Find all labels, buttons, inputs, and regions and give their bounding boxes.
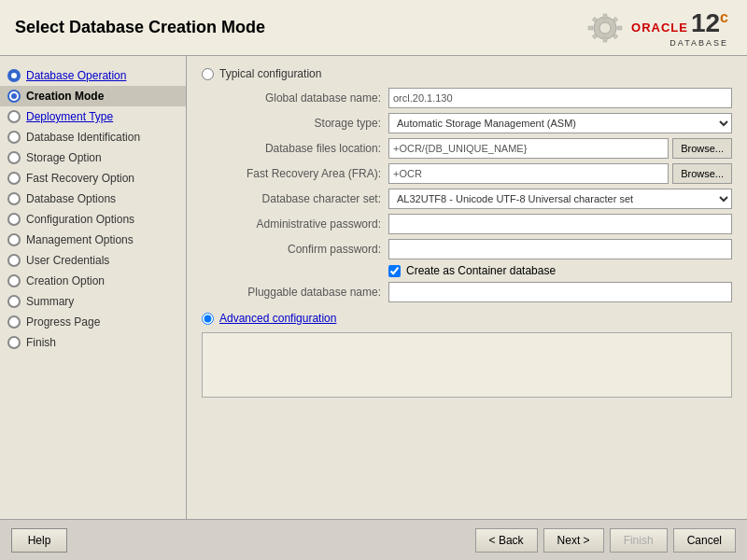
sidebar-label-deployment-type: Deployment Type bbox=[26, 110, 113, 123]
step-circle-7 bbox=[7, 192, 21, 205]
svg-rect-2 bbox=[603, 14, 607, 19]
confirm-password-input[interactable] bbox=[388, 239, 732, 259]
sidebar-item-database-identification: Database Identification bbox=[0, 127, 186, 147]
svg-point-1 bbox=[599, 22, 611, 34]
sidebar-label-fast-recovery-option: Fast Recovery Option bbox=[26, 172, 134, 185]
global-db-name-input[interactable] bbox=[388, 88, 732, 108]
create-container-label: Create as Container database bbox=[406, 264, 556, 277]
create-container-row: Create as Container database bbox=[388, 264, 732, 277]
oracle-db-label: DATABASE bbox=[669, 38, 728, 48]
gear-icon bbox=[579, 5, 631, 51]
content-area: Typical configuration Global database na… bbox=[187, 56, 747, 519]
sidebar-item-database-options: Database Options bbox=[0, 189, 186, 209]
sidebar-label-database-options: Database Options bbox=[26, 192, 116, 205]
step-circle-8 bbox=[7, 213, 21, 226]
typical-config-radio[interactable] bbox=[202, 68, 214, 80]
sidebar-label-management-options: Management Options bbox=[26, 233, 134, 246]
global-db-name-row: Global database name: bbox=[220, 88, 732, 108]
oracle-version-label: 12c bbox=[691, 8, 728, 38]
page-title: Select Database Creation Mode bbox=[15, 18, 265, 37]
sidebar-item-finish: Finish bbox=[0, 332, 186, 353]
sidebar: Database Operation Creation Mode Deploym… bbox=[0, 56, 187, 519]
advanced-config-label: Advanced configuration bbox=[219, 312, 336, 325]
storage-type-row: Storage type: Automatic Storage Manageme… bbox=[220, 113, 732, 133]
confirm-password-row: Confirm password: bbox=[220, 239, 732, 259]
sidebar-item-progress-page: Progress Page bbox=[0, 312, 186, 332]
db-charset-label: Database character set: bbox=[220, 192, 388, 205]
oracle-branding: ORACLE 12c DATABASE bbox=[579, 5, 732, 51]
db-charset-select[interactable]: AL32UTF8 - Unicode UTF-8 Universal chara… bbox=[388, 189, 732, 209]
create-container-checkbox[interactable] bbox=[388, 265, 401, 277]
svg-rect-3 bbox=[603, 37, 607, 42]
sidebar-item-user-credentials: User Credentials bbox=[0, 250, 186, 271]
step-circle-13 bbox=[7, 315, 21, 329]
back-button[interactable]: < Back bbox=[475, 528, 538, 553]
svg-rect-5 bbox=[617, 26, 622, 30]
admin-password-label: Administrative password: bbox=[220, 217, 388, 231]
step-circle-6 bbox=[7, 172, 21, 185]
next-button[interactable]: Next > bbox=[543, 528, 604, 553]
fast-recovery-input[interactable] bbox=[388, 163, 669, 184]
step-circle-4 bbox=[7, 131, 21, 144]
step-circle-3 bbox=[7, 110, 21, 123]
typical-config-section: Typical configuration bbox=[202, 67, 732, 80]
sidebar-item-summary: Summary bbox=[0, 291, 186, 312]
description-box bbox=[202, 332, 732, 398]
step-circle-11 bbox=[7, 274, 21, 287]
advanced-config-radio[interactable] bbox=[202, 313, 214, 325]
sidebar-label-storage-option: Storage Option bbox=[26, 151, 102, 164]
sidebar-label-progress-page: Progress Page bbox=[26, 315, 100, 329]
sidebar-label-creation-option: Creation Option bbox=[26, 274, 105, 287]
sidebar-item-deployment-type[interactable]: Deployment Type bbox=[0, 106, 186, 127]
fast-recovery-row: Fast Recovery Area (FRA): Browse... bbox=[220, 163, 732, 184]
fast-recovery-browse-button[interactable]: Browse... bbox=[672, 163, 732, 184]
sidebar-item-storage-option: Storage Option bbox=[0, 147, 186, 168]
sidebar-label-database-operation: Database Operation bbox=[26, 69, 126, 82]
step-circle-1 bbox=[7, 69, 21, 82]
typical-config-form: Global database name: Storage type: Auto… bbox=[220, 88, 732, 302]
footer: Help < Back Next > Finish Cancel bbox=[0, 519, 747, 560]
sidebar-label-database-identification: Database Identification bbox=[26, 131, 140, 144]
confirm-password-label: Confirm password: bbox=[220, 243, 388, 256]
pluggable-db-row: Pluggable database name: bbox=[220, 282, 732, 302]
storage-type-label: Storage type: bbox=[220, 117, 388, 130]
step-circle-5 bbox=[7, 151, 21, 164]
main-container: Database Operation Creation Mode Deploym… bbox=[0, 56, 747, 519]
oracle-text-label: ORACLE bbox=[631, 21, 688, 35]
pluggable-db-label: Pluggable database name: bbox=[220, 286, 388, 299]
step-circle-9 bbox=[7, 233, 21, 246]
db-charset-row: Database character set: AL32UTF8 - Unico… bbox=[220, 189, 732, 209]
admin-password-row: Administrative password: bbox=[220, 214, 732, 234]
advanced-config-radio-label[interactable]: Advanced configuration bbox=[202, 312, 732, 325]
finish-button[interactable]: Finish bbox=[610, 528, 668, 553]
step-circle-12 bbox=[7, 295, 21, 308]
step-circle-14 bbox=[7, 336, 21, 349]
step-circle-10 bbox=[7, 254, 21, 267]
typical-config-label: Typical configuration bbox=[219, 67, 321, 80]
sidebar-item-fast-recovery-option: Fast Recovery Option bbox=[0, 168, 186, 189]
fast-recovery-label: Fast Recovery Area (FRA): bbox=[220, 167, 388, 180]
sidebar-label-summary: Summary bbox=[26, 295, 74, 308]
svg-rect-4 bbox=[588, 26, 593, 30]
typical-config-radio-label[interactable]: Typical configuration bbox=[202, 67, 732, 80]
oracle-logo-block: ORACLE 12c DATABASE bbox=[631, 8, 728, 48]
step-circle-2 bbox=[7, 90, 21, 103]
storage-type-select[interactable]: Automatic Storage Management (ASM)File S… bbox=[388, 113, 732, 133]
advanced-config-section: Advanced configuration bbox=[202, 312, 732, 325]
header: Select Database Creation Mode ORACLE 12c… bbox=[0, 0, 747, 56]
help-button[interactable]: Help bbox=[11, 528, 67, 553]
db-files-location-row: Database files location: Browse... bbox=[220, 138, 732, 159]
admin-password-input[interactable] bbox=[388, 214, 732, 234]
db-files-browse-button[interactable]: Browse... bbox=[672, 138, 732, 159]
sidebar-item-creation-mode[interactable]: Creation Mode bbox=[0, 86, 186, 106]
footer-right-buttons: < Back Next > Finish Cancel bbox=[475, 528, 736, 553]
sidebar-label-configuration-options: Configuration Options bbox=[26, 213, 134, 226]
pluggable-db-input[interactable] bbox=[388, 282, 732, 302]
db-files-location-input[interactable] bbox=[388, 138, 669, 159]
cancel-button[interactable]: Cancel bbox=[673, 528, 736, 553]
global-db-name-label: Global database name: bbox=[220, 91, 388, 105]
db-files-location-label: Database files location: bbox=[220, 142, 388, 155]
sidebar-item-database-operation[interactable]: Database Operation bbox=[0, 65, 186, 86]
sidebar-item-configuration-options: Configuration Options bbox=[0, 209, 186, 230]
sidebar-label-user-credentials: User Credentials bbox=[26, 254, 109, 267]
